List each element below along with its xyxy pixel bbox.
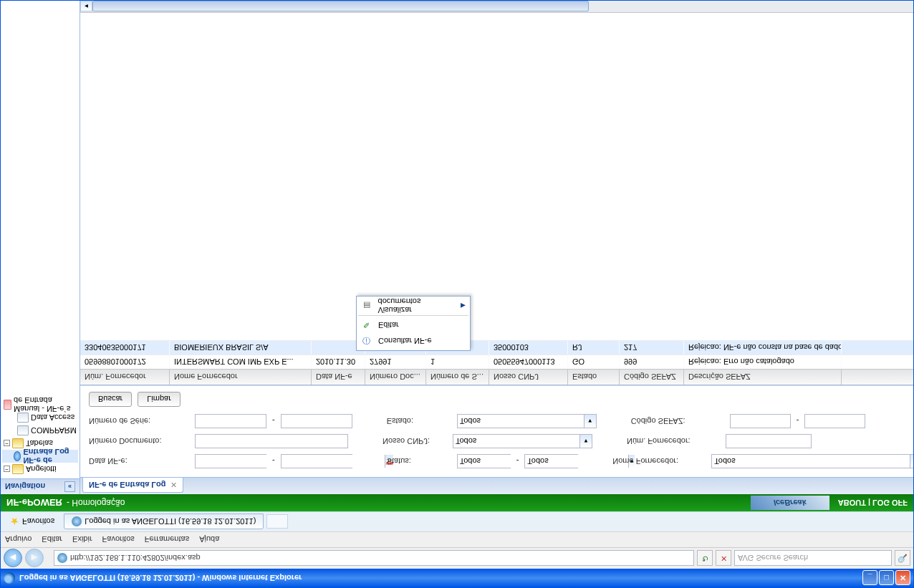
tree-item-nfe-entrada-log[interactable]: NF-e de Entrada Log [2,450,78,463]
info-icon: ⓘ [361,335,372,347]
chevron-down-icon[interactable]: ▼ [910,455,913,468]
url-text: http://192.168.1.110:42802/index.asp [70,554,201,563]
refresh-button[interactable]: ↻ [697,551,713,567]
cell: INTERSMART COM IMP EXP E... [170,355,312,369]
app-links[interactable]: ABOUT | LOG OFF [838,498,908,507]
status-from-combo[interactable]: ▼ [457,454,511,468]
col-nome-fornecedor[interactable]: Nome Fornecedor [170,370,312,385]
numero-doc-input[interactable] [195,434,348,448]
menu-label: Editar [378,321,399,329]
label-status: Status: [387,457,451,466]
scroll-track[interactable] [92,1,913,12]
chevron-right-icon: ▶ [461,302,466,309]
data-nfe-from-input[interactable]: 📅 [195,454,266,468]
col-estado[interactable]: Estado [568,370,620,385]
codigo-sefaz-to-input[interactable] [804,414,865,428]
chevron-down-icon[interactable]: ▼ [579,435,592,448]
tab-nfe-entrada-log[interactable]: NF-e de Entrada Log ✕ [82,478,183,493]
favorites-button[interactable]: ★ Favoritos [4,514,61,530]
col-numero-serie[interactable]: Número de S... [426,370,489,385]
menu-favoritos[interactable]: Favoritos [102,536,135,544]
menu-exibir[interactable]: Exibir [72,536,92,544]
tree-item-compparm[interactable]: COMPPARM [2,424,78,437]
label-estado: Estado: [387,417,451,425]
document-icon: ▤ [361,300,372,312]
navigation-panel: Navigation « − Angelotti NF-e de Entrada… [1,1,80,494]
codigo-sefaz-from-input[interactable] [730,414,791,428]
cell: GO [568,355,620,369]
cell: 2010.11.30 [312,355,365,369]
navigation-title: Navigation [5,483,45,491]
new-tab-button[interactable] [266,515,288,529]
ie-icon [4,572,15,584]
window-titlebar: Logged in as ANGELOTTI (16.59.18 12.01.2… [1,569,913,587]
data-nfe-to-input[interactable]: 📅 [281,454,352,468]
folder-icon [12,464,24,474]
nosso-cnpj-combo[interactable]: ▼ [453,434,592,448]
app-environment: - Homologação [67,498,125,508]
selected-node-icon [14,451,21,461]
browser-tab-label: Logged in as ANGELOTTI (16.59.18 12.01.2… [85,518,256,526]
numero-serie-to-input[interactable] [281,414,352,428]
grid-row[interactable]: 33040635000171 BIOMERIEUX BRASIL S/A 238… [80,340,913,355]
num-fornecedor-input[interactable] [726,434,812,448]
menu-arquivo[interactable]: Arquivo [5,536,32,544]
url-input[interactable]: http://192.168.1.110:42802/index.asp [54,551,694,567]
search-input[interactable]: AVG Secure Search [734,551,892,567]
menu-ferramentas[interactable]: Ferramentas [145,536,189,544]
col-descricao-sefaz[interactable]: Descrição SEFAZ [684,370,842,385]
buscar-button[interactable]: Buscar [89,392,132,407]
tree-toggle-icon[interactable]: − [4,440,10,447]
window-maximize-button[interactable]: □ [879,571,894,586]
cell: 999 [620,355,684,369]
search-go-button[interactable]: 🔍 [895,551,910,567]
tab-close-icon[interactable]: ✕ [170,481,177,490]
col-numero-doc[interactable]: Número Doc... [365,370,426,385]
globe-icon [57,554,67,564]
app-header: NF-ePOWER - Homologação IceBreak ABOUT |… [1,494,913,511]
numero-serie-from-input[interactable] [195,414,266,428]
search-placeholder: AVG Secure Search [738,554,808,563]
menu-visualizar-documentos[interactable]: ▤ Visualizar documentos ▶ [358,298,468,314]
menu-consultar-nfe[interactable]: ⓘ Consultar NF-e [358,333,468,349]
tree-item-manual[interactable]: Manual - NF-e´s de Entrada [2,398,78,411]
window-close-button[interactable]: ✕ [895,571,910,586]
menu-editar[interactable]: ✎ Editar [358,317,468,333]
col-codigo-sefaz[interactable]: Código SEFAZ [620,370,684,385]
estado-combo[interactable]: ▼ [457,414,597,428]
collapse-nav-button[interactable]: « [64,481,75,492]
grid-row[interactable]: 05998801000172 INTERSMART COM IMP EXP E.… [80,355,913,369]
status-to-combo[interactable]: ▼ [524,454,578,468]
scroll-thumb[interactable] [92,1,589,12]
stop-button[interactable]: ✕ [716,551,731,567]
star-icon: ★ [10,516,19,528]
edit-icon: ✎ [361,319,372,331]
nome-fornecedor-combo[interactable]: ▼ [711,454,913,468]
tab-label: NF-e de Entrada Log [89,481,166,489]
tree-label: Angelotti [26,465,57,473]
col-num-fornecedor[interactable]: Núm. Fornecedor [80,370,170,385]
col-nosso-cnpj[interactable]: Nosso CNPJ [489,370,568,385]
dash: - [272,417,275,425]
menu-label: Consultar NF-e [378,337,432,345]
limpar-button[interactable]: Limpar [138,392,181,407]
grid-header: Núm. Fornecedor Nome Fornecedor Data NF-… [80,369,913,385]
favorites-bar: ★ Favoritos Logged in as ANGELOTTI (16.5… [1,511,913,531]
chevron-down-icon[interactable]: ▼ [584,415,596,428]
cell: Rejeicao: Erro não catalogado [684,355,842,369]
scroll-left-button[interactable]: ◄ [80,1,92,12]
forward-button[interactable]: ► [25,549,44,568]
label-nosso-cnpj: Nosso CNPJ: [383,437,447,445]
col-data-nfe[interactable]: Data NF-e [312,370,365,385]
horizontal-scrollbar[interactable]: ◄ ► [80,1,913,13]
label-nome-fornecedor: Nome Fornecedor: [612,457,706,466]
label-numero-doc: Número Documento: [89,437,189,445]
browser-tab[interactable]: Logged in as ANGELOTTI (16.59.18 12.01.2… [64,514,264,530]
menu-editar[interactable]: Editar [42,536,62,544]
cell: RJ [568,341,620,355]
cell: BIOMERIEUX BRASIL S/A [170,341,312,355]
tree-toggle-icon[interactable]: − [4,466,10,473]
menu-ajuda[interactable]: Ajuda [199,536,219,544]
window-minimize-button[interactable]: _ [862,571,877,586]
back-button[interactable]: ◄ [4,549,22,568]
